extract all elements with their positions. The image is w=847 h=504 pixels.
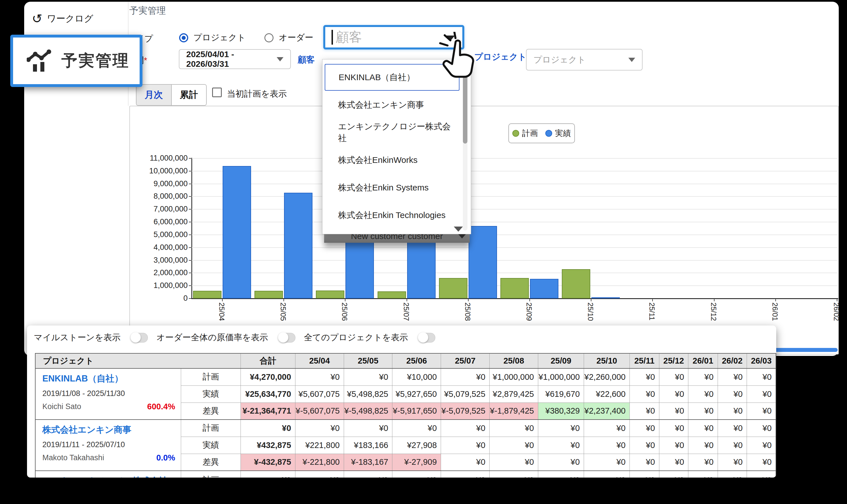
- value-cell: ¥0: [718, 437, 746, 454]
- value-cell: ¥27,908: [392, 437, 441, 454]
- y-tick: [189, 184, 192, 184]
- value-cell: ¥0: [746, 454, 776, 471]
- x-axis-label: 25/11: [647, 303, 656, 320]
- y-tick: [189, 196, 192, 197]
- sidebar-item-worklog[interactable]: ↺ ワークログ: [32, 11, 93, 26]
- project-link[interactable]: ENKINLAB（自社）: [42, 373, 175, 384]
- value-cell: ¥25,634,770: [240, 385, 295, 402]
- feature-badge: 予実管理: [10, 35, 142, 87]
- radio-order-label: オーダー: [278, 32, 313, 43]
- project-cell: 株式会社エンキン商事2019/11/11 - 2025/07/10Makoto …: [35, 419, 181, 471]
- value-cell: ¥183,166: [344, 437, 392, 454]
- value-cell: ¥0: [295, 419, 344, 437]
- plan-bar: [316, 290, 344, 299]
- value-cell: ¥0: [630, 368, 659, 385]
- history-icon: ↺: [32, 13, 42, 25]
- legend-plan[interactable]: 計画: [512, 128, 538, 139]
- table-header-month: 25/11: [630, 353, 659, 368]
- project-select-placeholder: プロジェクト: [534, 54, 586, 66]
- value-cell: ¥0: [718, 368, 746, 385]
- value-cell: ¥0: [240, 471, 295, 478]
- value-cell: ¥619,670: [538, 385, 584, 402]
- y-tick: [189, 298, 192, 299]
- value-cell: ¥0: [659, 471, 688, 478]
- x-axis-label: 25/08: [463, 303, 472, 321]
- dropdown-item[interactable]: 株式会社Enkin Systems: [322, 174, 456, 201]
- project-period: 2019/11/08 - 2025/11/30: [42, 389, 175, 398]
- project-filter-label: プロジェクト: [474, 51, 526, 63]
- toggle-switch[interactable]: [418, 333, 435, 343]
- series-label-cell: 実績: [181, 437, 240, 454]
- project-link[interactable]: エンキンテクノロジー株式会社: [42, 475, 175, 478]
- value-cell: ¥0: [441, 454, 490, 471]
- series-label-cell: 差異: [181, 402, 240, 419]
- y-axis-label: 1,000,000: [131, 281, 188, 290]
- x-tick: [837, 299, 837, 301]
- period-select[interactable]: 2025/04/01 - 2026/03/31: [179, 49, 291, 69]
- badge-label: 予実管理: [61, 50, 130, 72]
- value-cell: ¥2,879,425: [490, 385, 538, 402]
- dropdown-item[interactable]: 株式会社エンキン商事: [322, 92, 456, 118]
- toggle-switch[interactable]: [278, 333, 295, 343]
- decorative-smudge: [0, 83, 10, 159]
- tab-monthly[interactable]: 月次: [137, 85, 172, 105]
- value-cell: ¥-21,364,771: [240, 402, 295, 419]
- toggle-switch[interactable]: [131, 333, 148, 343]
- table-header-project: プロジェクト: [35, 353, 240, 368]
- value-cell: ¥0: [746, 368, 776, 385]
- tab-cumulative[interactable]: 累計: [172, 85, 206, 105]
- table-row: 株式会社エンキン商事2019/11/11 - 2025/07/10Makoto …: [35, 419, 776, 437]
- series-label-cell: 計画: [181, 471, 240, 478]
- value-cell: ¥0: [538, 454, 584, 471]
- value-cell: ¥0: [441, 471, 490, 478]
- project-cell: エンキンテクノロジー株式会社: [35, 471, 181, 478]
- value-cell: ¥0: [688, 419, 718, 437]
- dropdown-arrow-icon[interactable]: [445, 36, 455, 41]
- chevron-down-icon: [277, 57, 284, 61]
- value-cell: ¥5,927,650: [392, 385, 441, 402]
- actual-bar: [530, 279, 558, 299]
- y-tick: [189, 235, 192, 235]
- dropdown-item[interactable]: エンキンテクノロジー株式会社: [322, 119, 456, 146]
- sidebar-item-label: ワークログ: [47, 13, 93, 25]
- initial-plan-checkbox-label: 当初計画を表示: [227, 88, 287, 100]
- radio-project[interactable]: [179, 33, 188, 42]
- radio-order[interactable]: [265, 33, 273, 42]
- table-header-month: 25/05: [344, 353, 392, 368]
- x-axis-label: 26/01: [771, 303, 779, 321]
- dropdown-item[interactable]: ENKINLAB（自社）: [325, 64, 459, 91]
- customer-search-input[interactable]: 顧客: [323, 25, 464, 50]
- x-tick: [345, 299, 345, 301]
- value-cell: ¥0: [746, 419, 776, 437]
- value-cell: ¥0: [490, 437, 538, 454]
- dropdown-item[interactable]: 株式会社EnkinWorks: [322, 147, 456, 174]
- series-label-cell: 計画: [181, 419, 240, 437]
- value-cell: ¥10,000: [392, 368, 441, 385]
- x-tick: [591, 299, 591, 301]
- y-tick: [189, 260, 192, 261]
- value-cell: ¥0: [240, 419, 295, 437]
- project-link[interactable]: 株式会社エンキン商事: [42, 424, 175, 436]
- value-cell: ¥5,607,075: [295, 385, 344, 402]
- y-tick: [189, 158, 192, 159]
- value-cell: ¥0: [344, 368, 392, 385]
- toggle-knob: [278, 332, 288, 343]
- value-cell: ¥2,237,400: [584, 402, 630, 419]
- actual-bar: [284, 193, 312, 299]
- value-cell: ¥0: [688, 402, 718, 419]
- initial-plan-checkbox[interactable]: [212, 88, 222, 97]
- plan-bar: [193, 291, 221, 299]
- value-cell: ¥0: [295, 471, 344, 478]
- plan-bar: [439, 278, 467, 299]
- y-tick: [189, 171, 192, 172]
- value-cell: ¥-5,498,825: [344, 402, 392, 419]
- project-select[interactable]: プロジェクト: [526, 49, 643, 71]
- dropdown-scrollbar-thumb[interactable]: [463, 64, 467, 144]
- value-cell: ¥0: [718, 471, 746, 478]
- value-cell: ¥4,270,000: [240, 368, 295, 385]
- y-tick: [189, 222, 192, 222]
- legend-actual[interactable]: 実績: [545, 128, 571, 139]
- table-header-month: 26/01: [688, 353, 718, 368]
- dropdown-item[interactable]: 株式会社Enkin Technologies: [322, 202, 456, 229]
- x-tick: [222, 299, 223, 301]
